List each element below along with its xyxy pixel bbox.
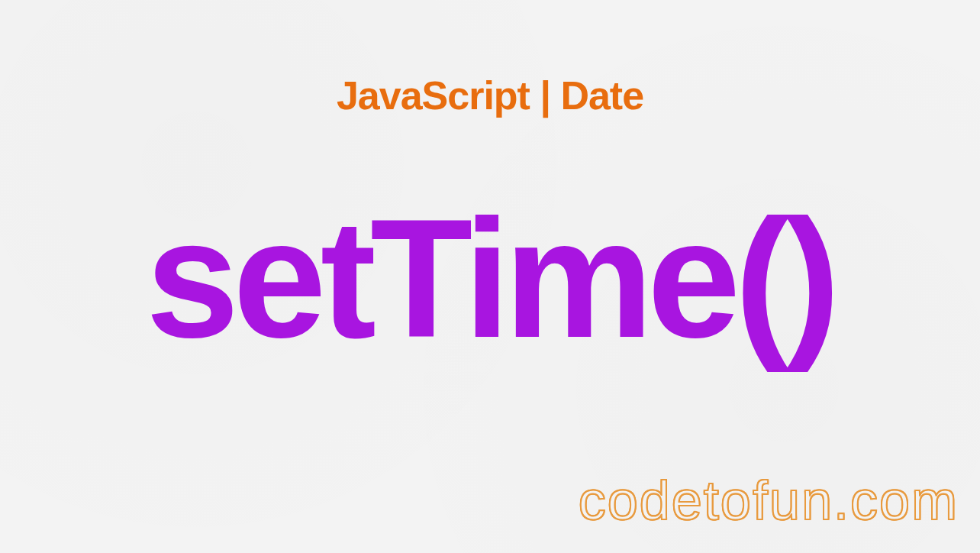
category-subtitle: JavaScript | Date (0, 73, 980, 118)
method-title: setTime() (0, 195, 980, 363)
brand-watermark: codetofun.com (579, 469, 959, 532)
